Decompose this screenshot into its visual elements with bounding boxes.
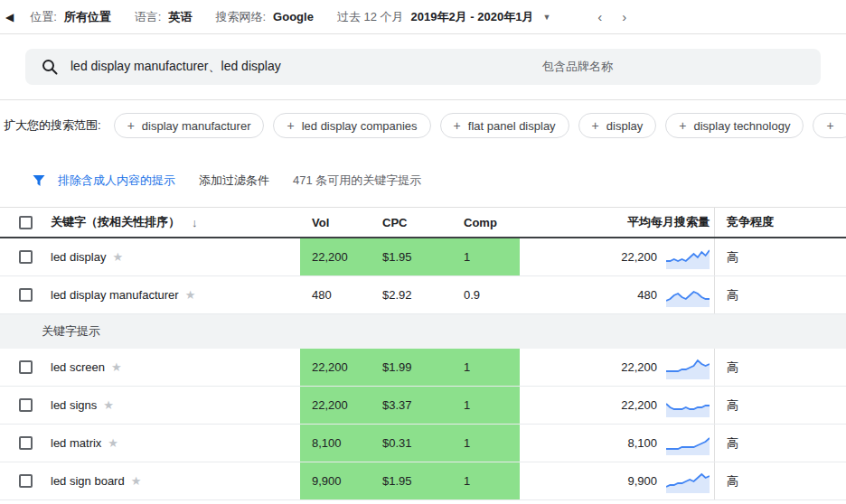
table-row[interactable]: led display manufacturer ★ 480 $2.92 0.9… — [0, 276, 846, 314]
star-icon[interactable]: ★ — [185, 288, 196, 302]
table-row[interactable]: led sign board ★ 9,900 $1.95 1 9,900 高 — [0, 462, 846, 500]
header-comp[interactable]: Comp — [452, 208, 520, 237]
include-brand-names-label: 包含品牌名称 — [542, 59, 613, 75]
language-label: 语言: — [135, 9, 162, 25]
vol-cell: 8,100 — [300, 425, 371, 462]
chip-flat-panel-display[interactable]: + flat panel display — [440, 113, 569, 138]
network-label: 搜索网络: — [215, 9, 266, 25]
sort-descending-icon[interactable]: ↓ — [192, 216, 198, 229]
cpc-cell: $1.95 — [371, 238, 452, 275]
filter-bar: 排除含成人内容的提示 添加过滤条件 471 条可用的关键字提示 — [33, 171, 846, 191]
chip-label: led display companies — [302, 119, 418, 133]
search-icon — [42, 59, 58, 75]
plus-icon: + — [454, 118, 461, 133]
language-value: 英语 — [168, 9, 192, 25]
filter-funnel-icon[interactable] — [33, 174, 45, 187]
vol-cell: 22,200 — [300, 387, 371, 424]
star-icon[interactable]: ★ — [103, 398, 114, 412]
network-setting[interactable]: 搜索网络: Google — [215, 9, 313, 25]
plus-icon: + — [592, 118, 599, 133]
header-keyword-label: 关键字（按相关性排序） — [51, 214, 180, 230]
comp-cell: 1 — [452, 238, 520, 275]
chip-led-display-companies[interactable]: + led display companies — [273, 113, 430, 138]
plus-icon: + — [826, 118, 833, 133]
competition-level: 高 — [714, 238, 846, 275]
cpc-cell: $3.37 — [371, 387, 452, 424]
row-checkbox[interactable] — [19, 360, 33, 374]
cpc-cell: $2.92 — [371, 276, 452, 313]
competition-level: 高 — [714, 349, 846, 386]
date-range-setting[interactable]: 过去 12 个月 2019年2月 - 2020年1月 ▼ — [337, 9, 554, 25]
star-icon[interactable]: ★ — [131, 474, 142, 488]
header-avg-monthly[interactable]: 平均每月搜索量 — [520, 214, 714, 230]
trend-sparkline — [666, 284, 710, 307]
table-row[interactable]: led screen ★ 22,200 $1.99 1 22,200 高 — [0, 349, 846, 387]
broaden-search-row: 扩大您的搜索范围: + display manufacturer + led d… — [0, 100, 846, 151]
prev-period-icon[interactable]: ‹ — [597, 9, 602, 24]
comp-cell: 1 — [452, 462, 520, 499]
keyword-text: led screen — [51, 360, 105, 374]
avg-searches-value: 22,200 — [621, 250, 657, 264]
plus-icon: + — [287, 118, 294, 133]
header-keyword[interactable]: 关键字（按相关性排序） ↓ — [51, 214, 300, 230]
avg-searches-value: 9,900 — [627, 474, 657, 488]
row-checkbox[interactable] — [19, 398, 33, 412]
search-query-text[interactable]: led display manufacturer、led display — [70, 59, 281, 75]
chip-display-manufacturer[interactable]: + display manufacturer — [114, 113, 265, 138]
row-checkbox[interactable] — [19, 436, 33, 450]
chevron-down-icon[interactable]: ▼ — [542, 13, 550, 22]
plus-icon: + — [127, 118, 135, 133]
avg-searches-value: 22,200 — [621, 398, 657, 412]
section-label: 关键字提示 — [42, 323, 100, 340]
period-value: 2019年2月 - 2020年1月 — [411, 9, 534, 25]
table-row[interactable]: led signs ★ 22,200 $3.37 1 22,200 高 — [0, 387, 846, 425]
chip-label: display — [606, 119, 643, 133]
header-vol[interactable]: Vol — [300, 208, 371, 237]
row-checkbox[interactable] — [19, 250, 33, 264]
chip-display[interactable]: + display — [578, 113, 657, 138]
select-all-checkbox[interactable] — [19, 216, 33, 229]
cpc-cell: $1.99 — [371, 349, 452, 386]
cpc-cell: $0.31 — [371, 425, 452, 462]
cpc-cell: $1.95 — [371, 462, 452, 499]
chip-cutoff[interactable]: + — [813, 113, 846, 138]
competition-level: 高 — [714, 276, 846, 313]
competition-level: 高 — [714, 462, 846, 499]
chip-label: flat panel display — [468, 119, 556, 133]
star-icon[interactable]: ★ — [111, 360, 122, 374]
star-icon[interactable]: ★ — [112, 250, 123, 264]
row-checkbox[interactable] — [19, 474, 33, 488]
vol-cell: 480 — [300, 276, 371, 313]
header-competition[interactable]: 竞争程度 — [714, 208, 846, 237]
location-label: 位置: — [30, 9, 57, 25]
location-setting[interactable]: 位置: 所有位置 — [30, 9, 111, 25]
chip-display-technology[interactable]: + display technology — [665, 113, 804, 138]
comp-cell: 1 — [452, 425, 520, 462]
table-header-row: 关键字（按相关性排序） ↓ Vol CPC Comp 平均每月搜索量 竞争程度 — [0, 208, 846, 238]
trend-sparkline — [666, 356, 710, 379]
plus-icon: + — [679, 118, 686, 133]
exclude-adult-link[interactable]: 排除含成人内容的提示 — [58, 173, 175, 189]
comp-cell: 0.9 — [452, 276, 520, 313]
period-label: 过去 12 个月 — [337, 9, 404, 25]
star-icon[interactable]: ★ — [108, 436, 118, 450]
keyword-search-box[interactable]: led display manufacturer、led display 包含品… — [25, 49, 821, 85]
avg-searches-value: 8,100 — [627, 436, 657, 450]
trend-sparkline — [666, 470, 710, 493]
comp-cell: 1 — [452, 387, 520, 424]
add-filter-button[interactable]: 添加过滤条件 — [199, 173, 269, 189]
back-icon[interactable]: ◀ — [5, 11, 14, 23]
vol-cell: 22,200 — [300, 349, 371, 386]
section-header-keyword-ideas: 关键字提示 — [0, 314, 846, 349]
keyword-text: led signs — [51, 398, 97, 412]
row-checkbox[interactable] — [19, 288, 33, 302]
table-row[interactable]: led display ★ 22,200 $1.95 1 22,200 高 — [0, 238, 846, 276]
keyword-text: led sign board — [51, 474, 125, 488]
next-period-icon[interactable]: › — [622, 9, 626, 24]
table-row[interactable]: led matrix ★ 8,100 $0.31 1 8,100 高 — [0, 425, 846, 462]
header-cpc[interactable]: CPC — [371, 208, 452, 237]
broaden-label: 扩大您的搜索范围: — [4, 117, 101, 134]
trend-sparkline — [666, 394, 710, 417]
competition-level: 高 — [714, 425, 846, 462]
language-setting[interactable]: 语言: 英语 — [135, 9, 193, 25]
